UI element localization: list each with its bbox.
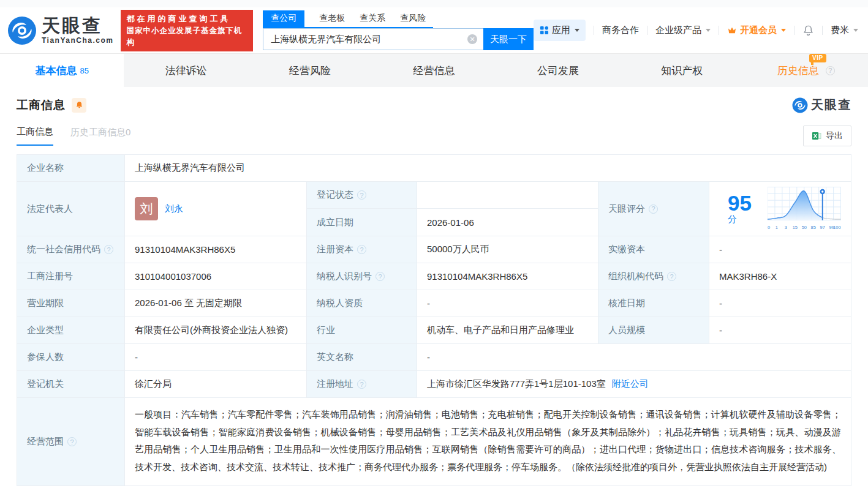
field-value-industry: 机动车、电子产品和日用产品修理业: [417, 317, 598, 344]
slogan-line2: 国家中小企业发展子基金旗下机构: [126, 25, 247, 48]
tianyancha-logo-icon: [7, 16, 37, 45]
score-distribution-chart: 0131550859799100: [768, 186, 841, 232]
field-label-uscc: 统一社会信用代码?: [17, 236, 125, 263]
business-cooperation-link[interactable]: 商务合作: [602, 24, 639, 36]
user-account-menu[interactable]: 费米: [831, 24, 858, 36]
site-header: 天眼查 TianYanCha.com 都在用的商业查询工具 国家中小企业发展子基…: [0, 7, 868, 54]
chevron-down-icon: [575, 29, 579, 32]
field-value-registration-authority: 徐汇分局: [125, 371, 307, 398]
field-value-company-type: 有限责任公司(外商投资企业法人独资): [125, 317, 307, 344]
help-icon[interactable]: ?: [104, 245, 113, 254]
svg-text:1: 1: [776, 225, 778, 230]
help-icon[interactable]: ?: [667, 272, 676, 281]
field-value-establish-date: 2026-01-06: [417, 209, 598, 236]
field-value-tianyan-score: 95分 0131550859799100: [709, 182, 851, 236]
tab-basic-info[interactable]: 基本信息 85: [0, 54, 124, 87]
field-label-company-type: 企业类型: [17, 317, 125, 344]
help-icon[interactable]: ?: [649, 204, 658, 214]
company-section-tabs: 基本信息 85 法律诉讼 经营风险 经营信息 公司发展 知识产权 VIP 历史信…: [0, 54, 868, 87]
search-tab-risk[interactable]: 查风险: [400, 10, 426, 27]
field-value-insured-count: -: [125, 344, 307, 371]
field-label-company-name: 企业名称: [17, 155, 125, 182]
chevron-down-icon: [853, 29, 858, 32]
svg-text:100: 100: [834, 225, 841, 230]
help-icon[interactable]: ?: [357, 245, 366, 254]
field-value-business-scope: 一般项目：汽车销售；汽车零配件零售；汽车装饰用品销售；润滑油销售；电池销售；充电…: [125, 398, 851, 485]
help-icon[interactable]: ?: [67, 437, 77, 446]
subtab-history-business-info[interactable]: 历史工商信息0: [70, 127, 130, 145]
field-label-establish-date: 成立日期: [307, 209, 417, 236]
divider: [594, 26, 594, 35]
field-label-english-name: 英文名称: [307, 344, 417, 371]
help-icon[interactable]: ?: [357, 190, 366, 200]
help-icon[interactable]: ?: [376, 272, 385, 281]
field-value-org-code: MAK3RH86-X: [709, 263, 851, 290]
help-icon[interactable]: ?: [357, 380, 366, 389]
brand-domain: TianYanCha.com: [42, 36, 113, 45]
tab-history-info[interactable]: VIP 历史信息 ?: [744, 54, 868, 87]
tianyancha-logo[interactable]: 天眼查 TianYanCha.com: [7, 16, 113, 45]
excel-icon: [812, 131, 821, 141]
subscribe-bell-icon[interactable]: [72, 98, 86, 113]
svg-text:3: 3: [785, 225, 787, 230]
search-tabs: 查公司 查老板 查关系 查风险: [263, 10, 433, 28]
field-label-registered-capital: 注册资本?: [307, 236, 417, 263]
field-label-taxpayer-id: 纳税人识别号?: [307, 263, 417, 290]
open-vip-menu[interactable]: 开通会员: [727, 24, 786, 36]
field-label-business-scope: 经营范围?: [17, 398, 125, 485]
apps-label: 应用: [552, 24, 570, 36]
apps-menu[interactable]: 应用: [534, 20, 586, 41]
svg-text:85: 85: [811, 225, 816, 230]
export-button[interactable]: 导出: [803, 126, 851, 146]
svg-text:97: 97: [820, 225, 825, 230]
vip-crown-icon: [727, 26, 737, 36]
search-input[interactable]: [263, 28, 483, 50]
slogan-line1: 都在用的商业查询工具: [126, 13, 247, 25]
field-value-uscc: 91310104MAK3RH86X5: [125, 236, 307, 263]
field-value-registration-status: [417, 182, 598, 209]
field-label-legal-representative: 法定代表人: [17, 182, 125, 236]
score-number: 95: [728, 191, 752, 215]
field-value-staff-size: -: [709, 317, 851, 344]
field-label-registration-authority: 登记机关: [17, 371, 125, 398]
help-icon[interactable]: ?: [826, 66, 835, 75]
tab-operation-risk[interactable]: 经营风险: [248, 54, 372, 87]
field-label-org-code: 组织机构代码?: [598, 263, 709, 290]
subtab-current-business-info[interactable]: 工商信息: [17, 126, 53, 146]
field-value-company-name: 上海纵横无界汽车有限公司: [125, 155, 851, 182]
notifications-bell-icon[interactable]: [802, 24, 814, 36]
tab-legal-litigation[interactable]: 法律诉讼: [124, 54, 247, 87]
field-value-registered-address: 上海市徐汇区华发路777弄1号1层101-103室 附近公司: [417, 371, 851, 398]
tab-operation-info[interactable]: 经营信息: [372, 54, 496, 87]
search-tab-relation[interactable]: 查关系: [360, 10, 385, 27]
brand-slogan-banner: 都在用的商业查询工具 国家中小企业发展子基金旗下机构: [121, 10, 253, 51]
search-tab-company[interactable]: 查公司: [263, 10, 304, 27]
field-value-taxpayer-id: 91310104MAK3RH86X5: [417, 263, 598, 290]
field-label-business-term: 营业期限: [17, 290, 125, 317]
brand-name: 天眼查: [42, 17, 113, 35]
username: 费米: [831, 24, 849, 36]
field-label-tianyan-score: 天眼评分?: [598, 182, 709, 236]
tab-company-development[interactable]: 公司发展: [496, 54, 620, 87]
tianyancha-watermark: 天眼查: [792, 97, 851, 113]
field-value-approval-date: -: [709, 290, 851, 317]
divider: [647, 26, 647, 35]
field-value-paid-capital: -: [709, 236, 851, 263]
enterprise-products-menu[interactable]: 企业级产品: [655, 24, 711, 36]
search-button[interactable]: 天眼一下: [483, 28, 534, 50]
apps-grid-icon: [540, 26, 549, 35]
tianyancha-watermark-icon: [792, 97, 808, 113]
chevron-down-icon: [706, 29, 711, 32]
section-title: 工商信息: [17, 97, 66, 113]
svg-text:15: 15: [793, 225, 798, 230]
search-tab-boss[interactable]: 查老板: [319, 10, 345, 27]
clear-input-icon[interactable]: ✕: [467, 34, 477, 44]
legal-rep-name-link[interactable]: 刘永: [165, 203, 183, 215]
business-info-table: 企业名称 上海纵横无界汽车有限公司 法定代表人 刘 刘永 登记状态? 成立日期 …: [17, 154, 851, 486]
field-label-industry: 行业: [307, 317, 417, 344]
nearby-companies-link[interactable]: 附近公司: [612, 378, 649, 390]
field-value-registration-number: 310104001037006: [125, 263, 307, 290]
tab-intellectual-property[interactable]: 知识产权: [620, 54, 744, 87]
legal-rep-avatar[interactable]: 刘: [135, 197, 158, 220]
field-label-approval-date: 核准日期: [598, 290, 709, 317]
